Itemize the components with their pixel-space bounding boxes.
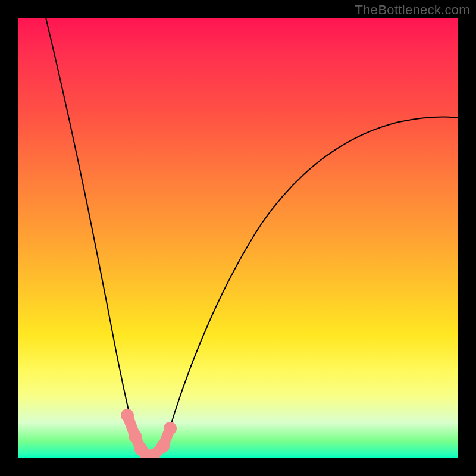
bottleneck-curve-left	[46, 18, 145, 456]
chart-gradient-panel	[18, 18, 458, 458]
marker-dot	[164, 422, 177, 435]
marker-dot	[121, 409, 134, 422]
watermark-text: TheBottleneck.com	[355, 2, 470, 18]
marker-dot	[156, 440, 170, 453]
bottleneck-chart	[18, 18, 458, 458]
marker-dot	[129, 430, 142, 443]
bottleneck-curve-right	[152, 117, 458, 457]
